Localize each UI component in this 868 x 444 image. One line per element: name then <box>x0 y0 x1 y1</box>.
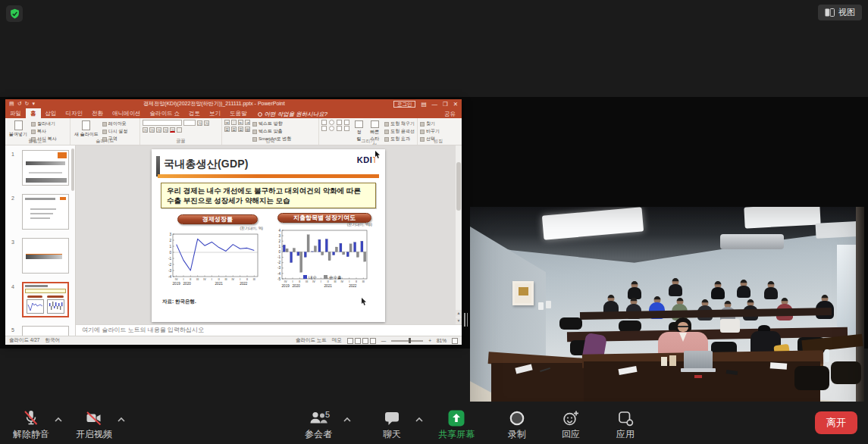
svg-text:-1: -1 <box>277 255 281 259</box>
svg-text:-2: -2 <box>277 261 281 264</box>
left-chart-header-pill: 경제성장률 <box>177 214 258 224</box>
grow-font-icon: 가 <box>197 120 202 126</box>
start-video-button[interactable]: 开启视频 <box>73 408 115 441</box>
audio-options-caret[interactable] <box>54 414 63 424</box>
slideshow-view-icon[interactable] <box>370 338 376 344</box>
thumb2-bullet <box>30 208 56 210</box>
apps-button[interactable]: 应用 <box>604 408 647 441</box>
slide-scrollbar[interactable]: ▲ ▼ <box>456 145 462 324</box>
shape-line-icon <box>337 120 342 125</box>
zoom-in-button[interactable]: + <box>428 338 431 343</box>
svg-text:II: II <box>327 280 329 283</box>
text-direction-button: 텍스트 방향 <box>252 120 291 127</box>
thumb1-orange-block <box>58 152 67 158</box>
wall-picture-frame <box>512 281 534 305</box>
reset-button: 다시 설정 <box>102 128 128 135</box>
slide-thumbnail-4-selected[interactable] <box>22 282 69 317</box>
notes-toggle[interactable]: 슬라이드 노트 <box>296 337 327 344</box>
paper <box>770 362 788 370</box>
ppt-restore-icon: ❐ <box>443 101 448 108</box>
next-slide-button[interactable]: ▼ <box>456 317 462 324</box>
new-slide-icon <box>82 120 90 130</box>
shared-screen-powerpoint[interactable]: ▤ ↺ ↻ ▾ 경제전망(KDI)(2022전망(하반기))_211111.pp… <box>5 99 462 345</box>
zoom-slider[interactable] <box>391 340 423 342</box>
slide-scrollbar-thumb[interactable] <box>456 162 461 211</box>
align-center-icon: ☰ <box>231 127 237 132</box>
pane-resize-handle[interactable] <box>462 311 469 329</box>
language-indicator[interactable]: 한국어 <box>45 337 60 344</box>
slide-title-underline <box>158 174 379 178</box>
shape-arrow-icon <box>344 120 349 125</box>
thumb1-title-bar <box>26 161 65 165</box>
quick-styles-icon <box>371 120 379 128</box>
chevron-up-icon <box>54 417 63 422</box>
participants-button[interactable]: 5 参会者 <box>297 408 340 441</box>
view-button[interactable]: 视图 <box>818 5 862 20</box>
svg-text:III: III <box>306 280 308 283</box>
previous-slide-button[interactable]: ▲ <box>456 310 462 317</box>
ppt-minimize-icon: — <box>431 101 437 108</box>
thumbnail-scrollbar[interactable] <box>71 149 74 191</box>
memo-toggle[interactable]: 메모 <box>332 337 342 344</box>
svg-text:2021: 2021 <box>324 284 333 288</box>
chat-button[interactable]: 聊天 <box>371 408 413 441</box>
record-button[interactable]: 录制 <box>496 408 538 441</box>
reactions-button[interactable]: 回应 <box>550 408 592 441</box>
tab-animations: 애니메이션 <box>108 108 146 118</box>
shape-outline-icon <box>384 130 389 134</box>
chair <box>559 317 582 330</box>
video-tile[interactable]: Xiaolin HU <box>470 207 864 430</box>
svg-text:3: 3 <box>278 234 280 238</box>
coffee-cup <box>669 355 676 366</box>
zoom-out-button[interactable]: — <box>381 338 387 343</box>
thumb4-yellow-box <box>25 289 66 293</box>
current-slide: 국내총생산(GDP) KDI˥ 우리 경제는 내수 개선에도 불구하고 대외여건… <box>152 149 385 322</box>
reading-view-icon[interactable] <box>362 338 368 344</box>
svg-text:I: I <box>349 280 349 283</box>
cut-button: 잘라내기 <box>31 120 57 127</box>
chat-options-caret[interactable] <box>415 414 424 424</box>
svg-text:I: I <box>212 278 212 281</box>
svg-text:-3: -3 <box>277 266 281 270</box>
share-screen-button[interactable]: 共享屏幕 <box>435 408 478 441</box>
unmute-button[interactable]: 解除静音 <box>10 408 52 441</box>
shape-oval-icon <box>329 126 334 131</box>
thumb3-section-bar <box>26 254 62 259</box>
slide-sorter-icon[interactable] <box>355 338 361 344</box>
svg-text:0: 0 <box>278 250 280 254</box>
wall-switch <box>546 301 551 308</box>
shape-frame-icon <box>337 126 342 131</box>
shape-fill-button: 도형 채우기 <box>384 120 415 127</box>
list-indent-controls: ≔ ⋮ ⇤ ⇥ <box>224 120 250 125</box>
svg-text:I: I <box>292 280 293 283</box>
slide-message-box: 우리 경제는 내수 개선에도 불구하고 대외여건의 악화에 따른 수출 부진으로… <box>161 183 376 208</box>
slide-thumbnail-3 <box>22 238 69 274</box>
svg-text:III: III <box>362 280 365 283</box>
reactions-smiley-icon <box>561 408 581 428</box>
notes-input[interactable]: 여기에 슬라이드 노트의 내용을 입력하십시오 <box>76 324 462 336</box>
right-chart-unit-label: (전기대비, %p) <box>274 222 372 227</box>
zoom-slider-thumb[interactable] <box>409 338 411 343</box>
mouse-cursor-icon <box>374 151 381 158</box>
zoom-percent[interactable]: 81% <box>437 338 447 343</box>
view-label: 视图 <box>838 7 855 18</box>
video-options-caret[interactable] <box>117 414 126 424</box>
view-shortcut-buttons[interactable] <box>347 338 376 344</box>
svg-text:II: II <box>299 280 300 283</box>
svg-text:III: III <box>224 278 227 281</box>
thumb2-logo <box>60 197 66 200</box>
normal-view-icon[interactable] <box>347 338 353 344</box>
layout-button: 레이아웃 <box>102 120 128 127</box>
attendee-figure <box>764 281 778 299</box>
leave-meeting-button[interactable]: 离开 <box>815 411 857 434</box>
ppt-close-icon: ✕ <box>453 101 458 108</box>
zoom-meeting-window: 视图 ▤ ↺ ↻ ▾ 경제전망(KDI)(2022전망(하반기))_211111… <box>0 0 868 444</box>
fit-to-window-icon[interactable] <box>452 338 458 344</box>
security-shield-button[interactable] <box>6 5 23 22</box>
svg-text:III: III <box>253 278 255 281</box>
ppt-ribbon-home: 붙여넣기 잘라내기 복사 서식 복사 클립보드 새 슬라이드 레이아웃 다시 설… <box>5 118 462 145</box>
legend-item-netexports: 순수출 <box>324 275 342 280</box>
wall-switch <box>538 302 544 310</box>
new-slide-button: 새 슬라이드 <box>73 120 100 138</box>
participants-options-caret[interactable] <box>343 414 352 424</box>
